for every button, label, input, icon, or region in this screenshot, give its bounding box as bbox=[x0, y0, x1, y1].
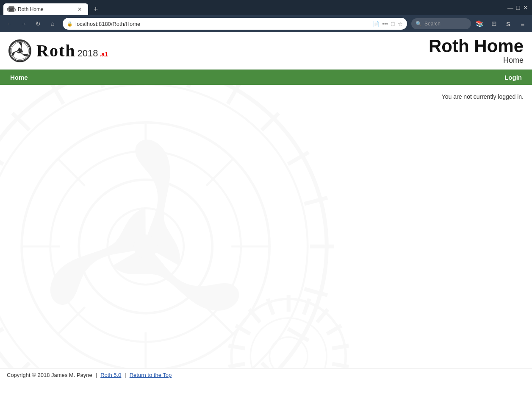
tab-title: Roth Home bbox=[18, 6, 73, 12]
watermark-svg bbox=[0, 85, 360, 382]
browser-tab[interactable]: Roth Roth Home ✕ bbox=[3, 3, 88, 15]
close-button[interactable]: ✕ bbox=[523, 5, 529, 11]
maximize-button[interactable]: □ bbox=[515, 5, 521, 11]
svg-rect-9 bbox=[287, 151, 310, 166]
minimize-button[interactable]: — bbox=[507, 5, 513, 11]
svg-line-34 bbox=[206, 159, 233, 186]
svg-point-29 bbox=[22, 123, 269, 371]
svg-rect-46 bbox=[302, 298, 311, 315]
svg-point-32 bbox=[108, 208, 184, 284]
nav-login-link[interactable]: Login bbox=[501, 72, 525, 83]
forward-button[interactable]: → bbox=[18, 18, 30, 30]
footer-sep-1: | bbox=[96, 372, 97, 378]
svg-rect-10 bbox=[304, 196, 328, 206]
svg-rect-47 bbox=[316, 308, 329, 324]
svg-rect-48 bbox=[326, 324, 343, 335]
svg-line-40 bbox=[58, 159, 85, 186]
site-logo: Roth 2018 .a1 bbox=[8, 39, 108, 62]
svg-rect-25 bbox=[0, 151, 4, 166]
logo-year-text: 2018 bbox=[77, 48, 98, 59]
logo-circle bbox=[8, 39, 31, 62]
svg-rect-62 bbox=[266, 298, 275, 315]
footer-copyright: Copyright © 2018 James M. Payne bbox=[7, 372, 92, 378]
svg-rect-12 bbox=[304, 287, 328, 297]
tab-close-button[interactable]: ✕ bbox=[76, 6, 83, 13]
more-icon[interactable]: ••• bbox=[382, 21, 388, 27]
svg-rect-45 bbox=[287, 295, 291, 312]
pocket-icon[interactable]: ⬡ bbox=[391, 21, 395, 27]
svg-rect-13 bbox=[287, 327, 310, 343]
logo-roth-text: Roth bbox=[36, 41, 75, 61]
home-button[interactable]: ⌂ bbox=[47, 18, 58, 30]
not-logged-in-text: You are not currently logged in. bbox=[8, 93, 524, 100]
window-controls: — □ ✕ bbox=[507, 5, 529, 11]
footer-top-link[interactable]: Return to the Top bbox=[130, 372, 172, 378]
svg-rect-21 bbox=[0, 327, 4, 343]
site-main: You are not currently logged in. Copyrig… bbox=[0, 85, 532, 382]
search-box[interactable]: 🔍 bbox=[411, 18, 471, 29]
svg-rect-60 bbox=[235, 324, 251, 335]
lock-icon: 🔒 bbox=[67, 21, 73, 27]
svg-rect-26 bbox=[11, 112, 30, 131]
browser-titlebar: Roth Roth Home ✕ + — □ ✕ bbox=[0, 0, 532, 15]
svg-rect-49 bbox=[332, 344, 349, 351]
site-footer: Copyright © 2018 James M. Payne | Roth 5… bbox=[0, 368, 532, 382]
logo-text: Roth 2018 .a1 bbox=[36, 41, 108, 61]
svg-rect-11 bbox=[310, 245, 334, 248]
svg-point-3 bbox=[0, 85, 327, 382]
new-tab-button[interactable]: + bbox=[90, 3, 102, 15]
watermark bbox=[0, 85, 532, 382]
browser-toolbar: ← → ↻ ⌂ 🔒 localhost:8180/Roth/Home 📄 •••… bbox=[0, 15, 532, 32]
svg-line-36 bbox=[206, 307, 233, 335]
search-input[interactable] bbox=[424, 21, 467, 27]
svg-point-4 bbox=[0, 85, 308, 382]
svg-rect-8 bbox=[260, 112, 280, 131]
site-title-right: Roth Home Home bbox=[429, 36, 524, 65]
tab-strip: Roth Roth Home ✕ + bbox=[3, 0, 506, 15]
nav-home-link[interactable]: Home bbox=[7, 72, 31, 83]
triskelion-svg bbox=[10, 41, 30, 61]
main-content: You are not currently logged in. bbox=[0, 85, 532, 109]
svg-point-31 bbox=[79, 180, 212, 313]
logo-version-text: .a1 bbox=[100, 51, 108, 58]
site-title-sub: Home bbox=[429, 56, 524, 65]
site-title-main: Roth Home bbox=[429, 36, 524, 56]
svg-line-38 bbox=[58, 307, 85, 335]
back-button[interactable]: ← bbox=[3, 18, 15, 30]
reload-button[interactable]: ↻ bbox=[32, 18, 44, 30]
menu-icon[interactable]: ≡ bbox=[517, 18, 529, 30]
svg-rect-61 bbox=[248, 308, 261, 324]
page-wrapper: Roth 2018 .a1 Roth Home Home Home Login bbox=[0, 32, 532, 399]
search-icon: 🔍 bbox=[416, 21, 422, 27]
sync-icon[interactable]: S bbox=[502, 18, 514, 30]
svg-point-41 bbox=[134, 234, 158, 258]
bookmark-icon[interactable]: ☆ bbox=[398, 21, 403, 27]
tab-favicon: Roth bbox=[8, 6, 14, 12]
reader-icon[interactable]: 📄 bbox=[373, 21, 380, 27]
site-nav: Home Login bbox=[0, 70, 532, 85]
footer-sep-2: | bbox=[125, 372, 126, 378]
sidebar-icon[interactable]: ⊞ bbox=[488, 18, 500, 30]
url-text: localhost:8180/Roth/Home bbox=[75, 21, 370, 27]
svg-point-2 bbox=[19, 50, 21, 52]
shelf-icon[interactable]: 📚 bbox=[474, 18, 485, 30]
svg-rect-59 bbox=[228, 344, 245, 351]
footer-roth-link[interactable]: Roth 5.0 bbox=[100, 372, 121, 378]
address-bar[interactable]: 🔒 localhost:8180/Roth/Home 📄 ••• ⬡ ☆ bbox=[63, 18, 407, 30]
site-header: Roth 2018 .a1 Roth Home Home bbox=[0, 32, 532, 70]
svg-point-30 bbox=[50, 151, 241, 342]
